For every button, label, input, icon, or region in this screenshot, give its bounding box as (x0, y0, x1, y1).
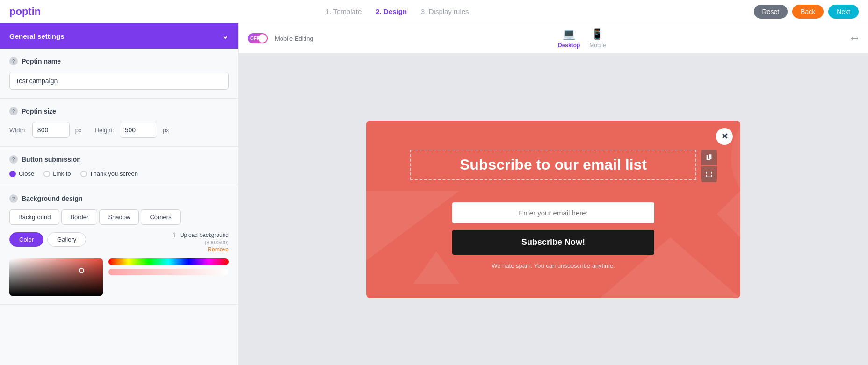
width-px: px (75, 127, 82, 134)
size-row: Width: px Height: px (9, 122, 229, 138)
tab-shadow[interactable]: Shadow (99, 209, 139, 225)
poptin-size-section: ? Poptin size Width: px Height: px (0, 99, 238, 147)
main-layout: General settings ⌄ ? Poptin name ? Popti… (0, 23, 868, 365)
tab-mobile[interactable]: 📱 Mobile (589, 28, 606, 49)
popup-close-button[interactable]: ✕ (716, 128, 733, 145)
background-tabs: Background Border Shadow Corners (9, 209, 229, 225)
radio-dot-close (9, 171, 16, 177)
panel-title: General settings (9, 32, 65, 40)
tab-corners[interactable]: Corners (141, 209, 180, 225)
step-2: 2. Design (376, 7, 407, 15)
step-1: 1. Template (326, 7, 362, 15)
toggle-track[interactable]: OFF (248, 33, 268, 43)
upload-size: (800X500) (205, 240, 229, 245)
width-input[interactable] (32, 122, 70, 138)
poptin-size-title: ? Poptin size (9, 107, 229, 115)
popup-container: ✕ Subscribe to our email list (366, 121, 740, 298)
copy-title-button[interactable] (701, 150, 717, 165)
step-3: 3. Display rules (421, 7, 469, 15)
preview-toolbar: OFF Mobile Editing 💻 Desktop 📱 Mobile ⤢ (239, 23, 868, 54)
popup-title-actions (701, 150, 717, 182)
color-btn[interactable]: Color (9, 232, 43, 247)
alpha-slider[interactable] (108, 269, 229, 275)
radio-thankyou[interactable]: Thank you screen (80, 170, 138, 177)
expand-icon[interactable]: ⤢ (848, 32, 861, 45)
device-tabs: 💻 Desktop 📱 Mobile (558, 28, 606, 49)
email-input-container (452, 202, 654, 223)
radio-dot-thankyou (80, 171, 87, 177)
upload-area[interactable]: ⇧ Upload background (800X500) Remove (172, 231, 229, 253)
mobile-editing-label: Mobile Editing (275, 35, 313, 42)
poptin-name-section: ? Poptin name (0, 49, 238, 99)
svg-marker-1 (366, 191, 460, 261)
toggle-knob (258, 34, 267, 43)
color-toggle: Color Gallery (9, 232, 86, 247)
logo: poptin (9, 6, 41, 18)
mobile-icon: 📱 (591, 28, 604, 40)
spam-text: We hate spam. You can unsubscribe anytim… (492, 262, 615, 269)
button-submission-title: ? Button submission (9, 155, 229, 164)
rainbow-slider[interactable] (108, 258, 229, 265)
color-pickers (9, 258, 229, 296)
color-sliders (108, 258, 229, 275)
radio-dot-link (43, 171, 50, 177)
nav-buttons: Reset Back Next (754, 5, 859, 19)
background-design-section: ? Background design Background Border Sh… (0, 186, 238, 305)
color-picker-dot[interactable] (79, 268, 84, 273)
panel-header[interactable]: General settings ⌄ (0, 23, 238, 49)
popup-title: Subscribe to our email list (420, 156, 686, 173)
reset-button[interactable]: Reset (754, 5, 788, 19)
subscribe-button[interactable]: Subscribe Now! (452, 230, 654, 255)
toggle-off[interactable]: OFF (248, 33, 268, 43)
top-nav: poptin 1. Template 2. Design 3. Display … (0, 0, 868, 23)
gallery-btn[interactable]: Gallery (47, 232, 86, 247)
upload-icon: ⇧ (172, 231, 177, 239)
left-panel: General settings ⌄ ? Poptin name ? Popti… (0, 23, 239, 365)
popup: ✕ Subscribe to our email list (366, 121, 740, 298)
color-picker-area[interactable] (9, 258, 103, 296)
radio-link[interactable]: Link to (43, 170, 71, 177)
height-input[interactable] (120, 122, 157, 138)
background-design-title: ? Background design (9, 194, 229, 203)
radio-close[interactable]: Close (9, 170, 34, 177)
button-submission-section: ? Button submission Close Link to Thank … (0, 147, 238, 186)
next-button[interactable]: Next (828, 5, 859, 19)
resize-title-button[interactable] (701, 166, 717, 182)
height-label: Height: (95, 127, 114, 134)
help-icon-size: ? (9, 107, 18, 115)
poptin-name-title: ? Poptin name (9, 57, 229, 65)
tab-background[interactable]: Background (9, 209, 59, 225)
preview-area: ✕ Subscribe to our email list (239, 54, 868, 365)
tab-border[interactable]: Border (61, 209, 97, 225)
upload-label: Upload background (180, 232, 229, 238)
back-button[interactable]: Back (792, 5, 824, 19)
svg-marker-5 (413, 251, 460, 284)
desktop-icon: 💻 (563, 28, 575, 40)
radio-group: Close Link to Thank you screen (9, 170, 229, 177)
tab-desktop[interactable]: 💻 Desktop (558, 28, 580, 49)
right-panel: OFF Mobile Editing 💻 Desktop 📱 Mobile ⤢ (239, 23, 868, 365)
width-label: Width: (9, 127, 27, 134)
height-px: px (163, 127, 169, 134)
mobile-label: Mobile (589, 42, 606, 49)
color-gallery-row: Color Gallery ⇧ Upload background (800X5… (9, 231, 229, 296)
steps: 1. Template 2. Design 3. Display rules (326, 7, 469, 15)
poptin-name-input[interactable] (9, 72, 229, 90)
chevron-down-icon: ⌄ (222, 31, 229, 41)
help-icon-bg: ? (9, 194, 18, 203)
popup-title-container: Subscribe to our email list (410, 150, 696, 180)
desktop-label: Desktop (558, 42, 580, 49)
help-icon: ? (9, 57, 18, 65)
email-input[interactable] (452, 202, 654, 223)
remove-link[interactable]: Remove (208, 246, 229, 253)
help-icon-btn: ? (9, 155, 18, 164)
mobile-editing-toggle: OFF Mobile Editing (248, 33, 313, 43)
